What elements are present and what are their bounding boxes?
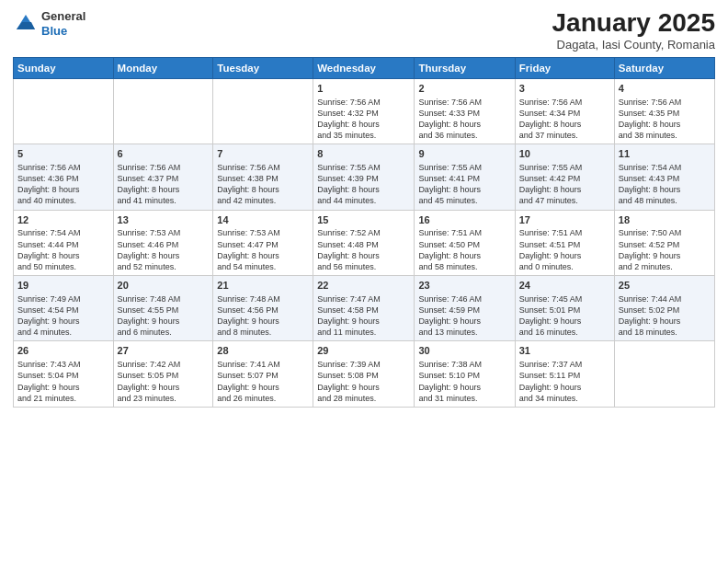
cell-content: Sunrise: 7:41 AM Sunset: 5:07 PM Dayligh… bbox=[217, 359, 309, 404]
calendar-cell: 10Sunrise: 7:55 AM Sunset: 4:42 PM Dayli… bbox=[515, 144, 614, 210]
cell-content: Sunrise: 7:52 AM Sunset: 4:48 PM Dayligh… bbox=[317, 227, 410, 272]
calendar-cell bbox=[213, 78, 313, 144]
calendar-cell: 12Sunrise: 7:54 AM Sunset: 4:44 PM Dayli… bbox=[14, 210, 114, 275]
calendar-cell: 7Sunrise: 7:56 AM Sunset: 4:38 PM Daylig… bbox=[213, 144, 313, 210]
cell-content: Sunrise: 7:48 AM Sunset: 4:55 PM Dayligh… bbox=[118, 293, 210, 339]
calendar: SundayMondayTuesdayWednesdayThursdayFrid… bbox=[13, 57, 715, 408]
calendar-cell: 4Sunrise: 7:56 AM Sunset: 4:35 PM Daylig… bbox=[614, 78, 714, 144]
page: General Blue January 2025 Dagata, Iasi C… bbox=[0, 0, 728, 563]
cell-content: Sunrise: 7:48 AM Sunset: 4:56 PM Dayligh… bbox=[217, 293, 309, 339]
cell-content: Sunrise: 7:53 AM Sunset: 4:46 PM Dayligh… bbox=[118, 227, 210, 272]
logo: General Blue bbox=[13, 9, 85, 38]
svg-marker-1 bbox=[17, 22, 35, 29]
cell-content: Sunrise: 7:56 AM Sunset: 4:38 PM Dayligh… bbox=[217, 162, 309, 207]
day-number: 9 bbox=[418, 147, 510, 161]
calendar-cell: 11Sunrise: 7:54 AM Sunset: 4:43 PM Dayli… bbox=[614, 144, 714, 210]
day-number: 26 bbox=[17, 344, 109, 358]
calendar-cell: 28Sunrise: 7:41 AM Sunset: 5:07 PM Dayli… bbox=[213, 341, 313, 407]
calendar-cell: 24Sunrise: 7:45 AM Sunset: 5:01 PM Dayli… bbox=[515, 276, 614, 341]
day-number: 6 bbox=[118, 147, 210, 161]
day-number: 11 bbox=[619, 147, 711, 161]
day-number: 16 bbox=[418, 213, 510, 227]
calendar-cell: 23Sunrise: 7:46 AM Sunset: 4:59 PM Dayli… bbox=[415, 276, 515, 341]
week-row-2: 12Sunrise: 7:54 AM Sunset: 4:44 PM Dayli… bbox=[14, 210, 715, 275]
day-number: 29 bbox=[317, 344, 410, 358]
calendar-cell: 19Sunrise: 7:49 AM Sunset: 4:54 PM Dayli… bbox=[14, 276, 114, 341]
location-title: Dagata, Iasi County, Romania bbox=[552, 38, 715, 52]
logo-blue: Blue bbox=[41, 24, 85, 39]
day-number: 23 bbox=[418, 279, 510, 293]
week-row-0: 1Sunrise: 7:56 AM Sunset: 4:32 PM Daylig… bbox=[14, 78, 715, 144]
day-number: 19 bbox=[17, 279, 109, 293]
calendar-cell: 16Sunrise: 7:51 AM Sunset: 4:50 PM Dayli… bbox=[415, 210, 515, 275]
cell-content: Sunrise: 7:45 AM Sunset: 5:01 PM Dayligh… bbox=[519, 293, 610, 339]
calendar-cell: 1Sunrise: 7:56 AM Sunset: 4:32 PM Daylig… bbox=[313, 78, 415, 144]
weekday-header-wednesday: Wednesday bbox=[313, 57, 415, 78]
day-number: 31 bbox=[519, 344, 610, 358]
month-title: January 2025 bbox=[552, 9, 715, 38]
day-number: 10 bbox=[519, 147, 610, 161]
calendar-cell: 20Sunrise: 7:48 AM Sunset: 4:55 PM Dayli… bbox=[113, 276, 213, 341]
cell-content: Sunrise: 7:46 AM Sunset: 4:59 PM Dayligh… bbox=[418, 293, 510, 339]
day-number: 18 bbox=[619, 213, 711, 227]
calendar-cell: 15Sunrise: 7:52 AM Sunset: 4:48 PM Dayli… bbox=[313, 210, 415, 275]
day-number: 8 bbox=[317, 147, 410, 161]
cell-content: Sunrise: 7:49 AM Sunset: 4:54 PM Dayligh… bbox=[17, 293, 109, 339]
weekday-header-tuesday: Tuesday bbox=[213, 57, 313, 78]
cell-content: Sunrise: 7:56 AM Sunset: 4:37 PM Dayligh… bbox=[118, 162, 210, 207]
calendar-cell: 13Sunrise: 7:53 AM Sunset: 4:46 PM Dayli… bbox=[113, 210, 213, 275]
day-number: 7 bbox=[217, 147, 309, 161]
weekday-header-monday: Monday bbox=[113, 57, 213, 78]
calendar-cell: 27Sunrise: 7:42 AM Sunset: 5:05 PM Dayli… bbox=[113, 341, 213, 407]
cell-content: Sunrise: 7:39 AM Sunset: 5:08 PM Dayligh… bbox=[317, 359, 410, 404]
calendar-cell: 26Sunrise: 7:43 AM Sunset: 5:04 PM Dayli… bbox=[14, 341, 114, 407]
weekday-header-row: SundayMondayTuesdayWednesdayThursdayFrid… bbox=[14, 57, 715, 78]
calendar-cell: 8Sunrise: 7:55 AM Sunset: 4:39 PM Daylig… bbox=[313, 144, 415, 210]
day-number: 24 bbox=[519, 279, 610, 293]
calendar-cell bbox=[113, 78, 213, 144]
day-number: 12 bbox=[17, 213, 109, 227]
calendar-cell bbox=[14, 78, 114, 144]
cell-content: Sunrise: 7:43 AM Sunset: 5:04 PM Dayligh… bbox=[17, 359, 109, 404]
calendar-cell: 18Sunrise: 7:50 AM Sunset: 4:52 PM Dayli… bbox=[614, 210, 714, 275]
calendar-cell: 31Sunrise: 7:37 AM Sunset: 5:11 PM Dayli… bbox=[515, 341, 614, 407]
calendar-cell: 3Sunrise: 7:56 AM Sunset: 4:34 PM Daylig… bbox=[515, 78, 614, 144]
week-row-3: 19Sunrise: 7:49 AM Sunset: 4:54 PM Dayli… bbox=[14, 276, 715, 341]
cell-content: Sunrise: 7:53 AM Sunset: 4:47 PM Dayligh… bbox=[217, 227, 309, 272]
day-number: 17 bbox=[519, 213, 610, 227]
day-number: 21 bbox=[217, 279, 309, 293]
day-number: 5 bbox=[17, 147, 109, 161]
cell-content: Sunrise: 7:38 AM Sunset: 5:10 PM Dayligh… bbox=[418, 359, 510, 404]
week-row-4: 26Sunrise: 7:43 AM Sunset: 5:04 PM Dayli… bbox=[14, 341, 715, 407]
logo-text: General Blue bbox=[41, 9, 85, 38]
day-number: 30 bbox=[418, 344, 510, 358]
calendar-cell: 2Sunrise: 7:56 AM Sunset: 4:33 PM Daylig… bbox=[415, 78, 515, 144]
day-number: 14 bbox=[217, 213, 309, 227]
cell-content: Sunrise: 7:55 AM Sunset: 4:39 PM Dayligh… bbox=[317, 162, 410, 207]
day-number: 28 bbox=[217, 344, 309, 358]
calendar-cell: 9Sunrise: 7:55 AM Sunset: 4:41 PM Daylig… bbox=[415, 144, 515, 210]
cell-content: Sunrise: 7:55 AM Sunset: 4:42 PM Dayligh… bbox=[519, 162, 610, 207]
calendar-cell: 22Sunrise: 7:47 AM Sunset: 4:58 PM Dayli… bbox=[313, 276, 415, 341]
day-number: 2 bbox=[418, 82, 510, 96]
cell-content: Sunrise: 7:50 AM Sunset: 4:52 PM Dayligh… bbox=[619, 227, 711, 272]
week-row-1: 5Sunrise: 7:56 AM Sunset: 4:36 PM Daylig… bbox=[14, 144, 715, 210]
cell-content: Sunrise: 7:56 AM Sunset: 4:34 PM Dayligh… bbox=[519, 97, 610, 142]
day-number: 27 bbox=[118, 344, 210, 358]
cell-content: Sunrise: 7:56 AM Sunset: 4:32 PM Dayligh… bbox=[317, 97, 410, 142]
weekday-header-saturday: Saturday bbox=[614, 57, 714, 78]
cell-content: Sunrise: 7:44 AM Sunset: 5:02 PM Dayligh… bbox=[619, 293, 711, 339]
logo-general: General bbox=[41, 9, 85, 24]
calendar-cell: 17Sunrise: 7:51 AM Sunset: 4:51 PM Dayli… bbox=[515, 210, 614, 275]
calendar-cell: 5Sunrise: 7:56 AM Sunset: 4:36 PM Daylig… bbox=[14, 144, 114, 210]
day-number: 4 bbox=[619, 82, 711, 96]
weekday-header-sunday: Sunday bbox=[14, 57, 114, 78]
day-number: 13 bbox=[118, 213, 210, 227]
logo-icon bbox=[13, 11, 39, 37]
calendar-cell: 29Sunrise: 7:39 AM Sunset: 5:08 PM Dayli… bbox=[313, 341, 415, 407]
day-number: 3 bbox=[519, 82, 610, 96]
day-number: 25 bbox=[619, 279, 711, 293]
cell-content: Sunrise: 7:56 AM Sunset: 4:35 PM Dayligh… bbox=[619, 97, 711, 142]
day-number: 1 bbox=[317, 82, 410, 96]
cell-content: Sunrise: 7:37 AM Sunset: 5:11 PM Dayligh… bbox=[519, 359, 610, 404]
